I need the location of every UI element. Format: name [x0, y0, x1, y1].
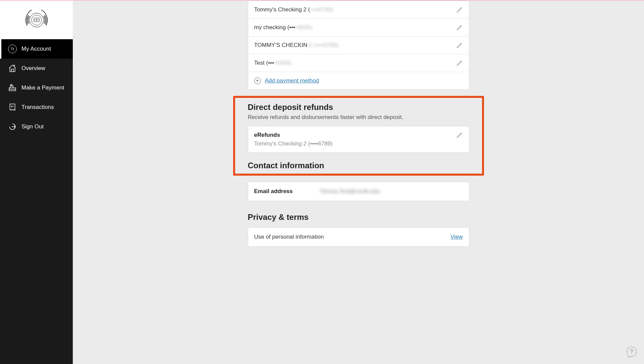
- contact-info-title: Contact information: [248, 161, 469, 170]
- sign-out-icon: [8, 122, 17, 131]
- email-value: Tommy.Test@csulb.edu: [320, 188, 380, 195]
- sidebar-item-overview[interactable]: Overview: [0, 59, 73, 78]
- svg-line-12: [460, 44, 461, 45]
- direct-deposit-subtitle: Receive refunds and disbursements faster…: [248, 114, 469, 121]
- svg-text:$≡: $≡: [11, 105, 14, 108]
- payment-method-row[interactable]: Tommy's Checking 2 ( ••••6789): [248, 1, 469, 19]
- privacy-title: Privacy & terms: [248, 213, 469, 222]
- payment-method-name: my checking (•••: [254, 24, 296, 31]
- sidebar-item-label: Make a Payment: [21, 84, 64, 91]
- sidebar-item-transactions[interactable]: $≡ Transactions: [0, 98, 73, 117]
- sidebar-item-my-account[interactable]: Tt My Account: [0, 39, 73, 59]
- avatar-icon: Tt: [8, 45, 17, 53]
- payment-method-name: Tommy's Checking 2 (: [254, 6, 310, 13]
- svg-rect-6: [11, 84, 12, 85]
- sidebar-item-label: Sign Out: [21, 123, 44, 130]
- direct-deposit-title: Direct deposit refunds: [248, 103, 469, 112]
- payment-method-row[interactable]: my checking (••• •6035): [248, 19, 469, 37]
- home-icon: [8, 64, 17, 73]
- help-glyph: ?: [630, 349, 633, 355]
- pencil-icon[interactable]: [456, 24, 463, 31]
- erefunds-title: eRefunds: [254, 132, 333, 138]
- svg-line-13: [460, 62, 461, 62]
- payment-method-name: TOMMY'S CHECKIN: [254, 42, 308, 49]
- help-icon[interactable]: ?: [627, 347, 637, 357]
- sidebar-item-label: Overview: [21, 65, 45, 72]
- sidebar-item-label: Transactions: [21, 104, 54, 111]
- university-seal-logo: [23, 7, 50, 34]
- logo-area: [0, 1, 73, 39]
- payment-method-mask: G (••••6789): [308, 42, 338, 49]
- receipt-icon: $≡: [8, 103, 17, 112]
- contact-card: Email address Tommy.Test@csulb.edu: [248, 182, 469, 201]
- svg-line-11: [460, 26, 461, 27]
- add-payment-method-row[interactable]: + Add payment method: [248, 72, 469, 89]
- add-payment-method-link[interactable]: Add payment method: [265, 77, 319, 84]
- email-label: Email address: [254, 188, 293, 195]
- pencil-icon[interactable]: [456, 42, 463, 49]
- sidebar-item-label: My Account: [21, 46, 51, 52]
- payment-method-row[interactable]: TOMMY'S CHECKIN G (••••6789): [248, 37, 469, 54]
- app-root: Tt My Account Overview Make a Payment $≡: [0, 0, 644, 364]
- privacy-view-link[interactable]: View: [450, 234, 463, 240]
- payment-method-mask: •0304): [275, 60, 291, 66]
- avatar-initials: Tt: [8, 45, 17, 53]
- sidebar-item-sign-out[interactable]: Sign Out: [0, 117, 73, 136]
- svg-line-10: [460, 8, 461, 9]
- svg-line-14: [460, 134, 461, 134]
- cash-register-icon: [8, 83, 17, 92]
- nav: Tt My Account Overview Make a Payment $≡: [0, 39, 73, 136]
- privacy-card: Use of personal information View: [248, 227, 469, 247]
- payment-methods-list: Tommy's Checking 2 ( ••••6789) my checki…: [248, 1, 469, 90]
- payment-method-mask: ••••6789): [311, 6, 333, 13]
- sidebar: Tt My Account Overview Make a Payment $≡: [0, 1, 73, 364]
- payment-method-name: Test (•••: [254, 60, 274, 66]
- payment-method-row[interactable]: Test (••• •0304): [248, 54, 469, 72]
- erefunds-account: Tommy's Checking 2 (••••6789): [254, 140, 333, 147]
- sidebar-item-make-payment[interactable]: Make a Payment: [0, 78, 73, 98]
- plus-circle-icon: +: [254, 77, 261, 84]
- payment-method-mask: •6035): [296, 24, 312, 31]
- erefunds-card[interactable]: eRefunds Tommy's Checking 2 (••••6789): [248, 126, 469, 153]
- main-content: Tommy's Checking 2 ( ••••6789) my checki…: [73, 1, 644, 364]
- pencil-icon[interactable]: [456, 132, 463, 138]
- privacy-row-label: Use of personal information: [254, 234, 324, 240]
- pencil-icon[interactable]: [456, 6, 463, 13]
- pencil-icon[interactable]: [456, 60, 463, 66]
- highlight-annotation: Direct deposit refunds Receive refunds a…: [233, 96, 484, 176]
